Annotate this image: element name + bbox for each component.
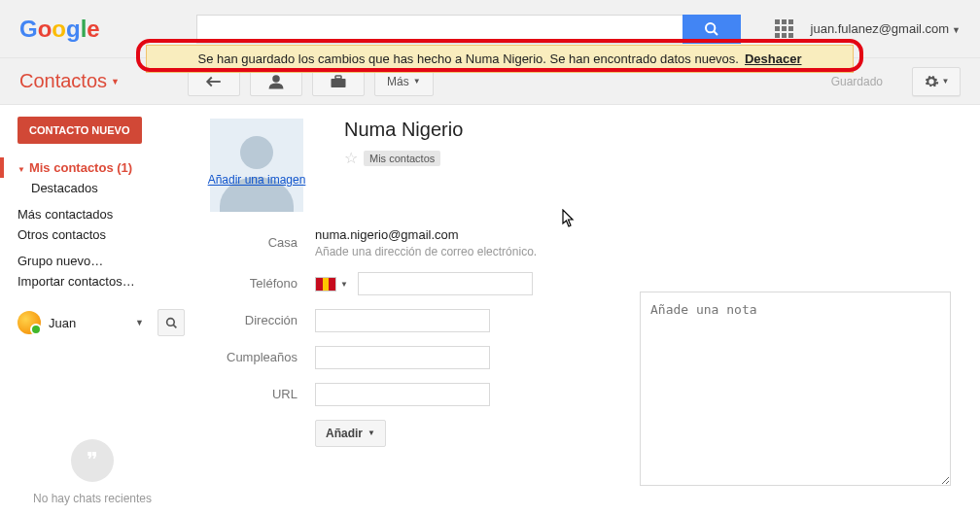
group-chip[interactable]: Mis contactos [364,151,440,166]
sidebar-item-other-contacts[interactable]: Otros contactos [18,224,185,245]
gear-icon [924,74,939,89]
back-arrow-icon [205,75,223,88]
no-chats-label: No hay chats recientes [0,492,185,505]
search-button[interactable] [682,15,741,44]
birthday-label[interactable]: Cumpleaños [198,350,315,364]
address-input[interactable] [315,309,490,332]
user-menu-caret[interactable]: ▼ [135,318,144,327]
svg-rect-5 [335,76,341,79]
url-input[interactable] [315,383,490,406]
sidebar-item-most-contacted[interactable]: Más contactados [18,204,185,224]
sidebar-item-starred[interactable]: Destacados [18,178,185,198]
search-icon [704,21,719,37]
hangouts-icon: ❞ [71,439,114,482]
account-email[interactable]: juan.fulanez@gmail.com▼ [811,21,961,36]
phone-input[interactable] [358,272,533,295]
notification-text: Se han guardado los cambios que has hech… [197,52,738,66]
new-contact-button[interactable]: CONTACTO NUEVO [18,117,142,144]
sidebar-search-button[interactable] [158,309,185,336]
add-image-link[interactable]: Añadir una imagen [198,173,315,189]
search-icon [165,317,178,329]
svg-line-7 [173,325,176,327]
address-label[interactable]: Dirección [198,313,315,327]
user-name-label[interactable]: Juan [49,316,127,330]
saved-status: Guardado [831,75,883,88]
contact-name[interactable]: Numa Nigerio [344,119,961,141]
svg-rect-4 [331,79,345,87]
star-icon[interactable]: ☆ [344,149,358,167]
person-icon [267,74,285,89]
add-field-button[interactable]: Añadir▼ [315,420,386,447]
flag-spain-icon[interactable] [315,277,336,292]
svg-point-0 [706,23,715,32]
undo-link[interactable]: Deshacer [745,52,802,66]
sidebar-item-new-group[interactable]: Grupo nuevo… [18,251,185,271]
user-avatar[interactable] [18,311,41,334]
birthday-input[interactable] [315,346,490,369]
url-label[interactable]: URL [198,387,315,401]
sidebar-item-my-contacts[interactable]: ▼Mis contactos (1) [18,157,185,178]
settings-button[interactable]: ▼ [912,67,961,96]
google-logo[interactable]: Google [19,16,109,43]
email-label[interactable]: Casa [198,235,315,250]
email-hint[interactable]: Añade una dirección de correo electrónic… [315,245,537,258]
flag-caret[interactable]: ▼ [340,280,348,289]
app-title[interactable]: Contactos▼ [19,70,120,92]
svg-line-1 [714,31,718,35]
apps-icon[interactable] [775,19,793,38]
email-value[interactable]: numa.nigerio@gmail.com [315,227,537,242]
phone-label[interactable]: Teléfono [198,276,315,291]
briefcase-icon [330,75,347,88]
search-input[interactable] [196,15,682,44]
sidebar-item-import[interactable]: Importar contactos… [18,271,185,292]
note-textarea[interactable] [640,292,951,486]
svg-point-3 [272,75,280,83]
svg-point-6 [166,318,174,326]
contact-photo-placeholder[interactable] [210,119,303,212]
notification-banner: Se han guardado los cambios que has hech… [146,45,854,73]
